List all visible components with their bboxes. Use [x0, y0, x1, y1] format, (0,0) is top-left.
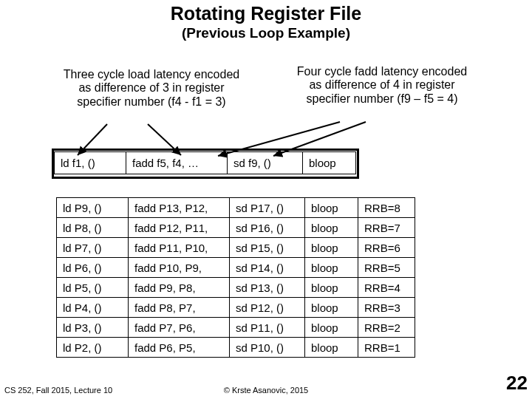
cell-rrb: RRB=1 — [358, 338, 415, 358]
cell-fadd: fadd P13, P12, — [129, 198, 230, 218]
header-row: ld f1, () fadd f5, f4, … sd f9, () bloop — [55, 152, 356, 174]
cell-rrb: RRB=4 — [358, 278, 415, 298]
cell-rrb: RRB=2 — [358, 318, 415, 338]
cell-bloop: bloop — [305, 238, 358, 258]
cell-rrb: RRB=7 — [358, 218, 415, 238]
note-load-latency: Three cycle load latency encoded as diff… — [59, 68, 244, 109]
cell-fadd: fadd P6, P5, — [129, 338, 230, 358]
cell-sd: sd P12, () — [230, 298, 305, 318]
cell-bloop: bloop — [305, 218, 358, 238]
iteration-table: ld P9, () fadd P13, P12, sd P17, () bloo… — [56, 197, 415, 358]
cell-ld: ld P2, () — [57, 338, 129, 358]
arrow-to-ld — [78, 124, 107, 155]
cell-fadd: fadd P10, P9, — [129, 258, 230, 278]
cell-sd: sd P17, () — [230, 198, 305, 218]
hdr-sd: sd f9, () — [228, 152, 303, 174]
note-fadd-latency: Four cycle fadd latency encoded as diffe… — [290, 65, 474, 106]
cell-ld: ld P8, () — [57, 218, 129, 238]
cell-ld: ld P7, () — [57, 238, 129, 258]
cell-bloop: bloop — [305, 198, 358, 218]
cell-sd: sd P16, () — [230, 218, 305, 238]
cell-sd: sd P14, () — [230, 258, 305, 278]
table-row: ld P6, () fadd P10, P9, sd P14, () bloop… — [57, 258, 415, 278]
cell-ld: ld P4, () — [57, 298, 129, 318]
hdr-bloop: bloop — [303, 152, 356, 174]
slide: Rotating Register File (Previous Loop Ex… — [0, 0, 532, 399]
cell-sd: sd P15, () — [230, 238, 305, 258]
footer-copyright: © Krste Asanovic, 2015 — [0, 386, 532, 395]
cell-rrb: RRB=5 — [358, 258, 415, 278]
cell-bloop: bloop — [305, 298, 358, 318]
arrow-to-fadd-left — [148, 124, 181, 155]
table-row: ld P2, () fadd P6, P5, sd P10, () bloop … — [57, 338, 415, 358]
slide-title: Rotating Register File — [0, 3, 532, 24]
cell-sd: sd P11, () — [230, 318, 305, 338]
header-table: ld f1, () fadd f5, f4, … sd f9, () bloop — [54, 151, 356, 174]
cell-fadd: fadd P11, P10, — [129, 238, 230, 258]
table-row: ld P3, () fadd P7, P6, sd P11, () bloop … — [57, 318, 415, 338]
cell-ld: ld P5, () — [57, 278, 129, 298]
cell-ld: ld P3, () — [57, 318, 129, 338]
cell-ld: ld P6, () — [57, 258, 129, 278]
cell-bloop: bloop — [305, 258, 358, 278]
cell-bloop: bloop — [305, 338, 358, 358]
cell-fadd: fadd P7, P6, — [129, 318, 230, 338]
cell-rrb: RRB=6 — [358, 238, 415, 258]
cell-bloop: bloop — [305, 278, 358, 298]
table-row: ld P4, () fadd P8, P7, sd P12, () bloop … — [57, 298, 415, 318]
cell-rrb: RRB=3 — [358, 298, 415, 318]
hdr-ld: ld f1, () — [55, 152, 126, 174]
page-number: 22 — [506, 372, 528, 395]
slide-subtitle: (Previous Loop Example) — [0, 25, 532, 41]
cell-sd: sd P13, () — [230, 278, 305, 298]
table-row: ld P7, () fadd P11, P10, sd P15, () bloo… — [57, 238, 415, 258]
cell-sd: sd P10, () — [230, 338, 305, 358]
cell-bloop: bloop — [305, 318, 358, 338]
table-row: ld P5, () fadd P9, P8, sd P13, () bloop … — [57, 278, 415, 298]
table-row: ld P9, () fadd P13, P12, sd P17, () bloo… — [57, 198, 415, 218]
cell-fadd: fadd P9, P8, — [129, 278, 230, 298]
table-row: ld P8, () fadd P12, P11, sd P16, () bloo… — [57, 218, 415, 238]
hdr-fadd: fadd f5, f4, … — [126, 152, 228, 174]
cell-fadd: fadd P12, P11, — [129, 218, 230, 238]
cell-fadd: fadd P8, P7, — [129, 298, 230, 318]
cell-ld: ld P9, () — [57, 198, 129, 218]
cell-rrb: RRB=8 — [358, 198, 415, 218]
